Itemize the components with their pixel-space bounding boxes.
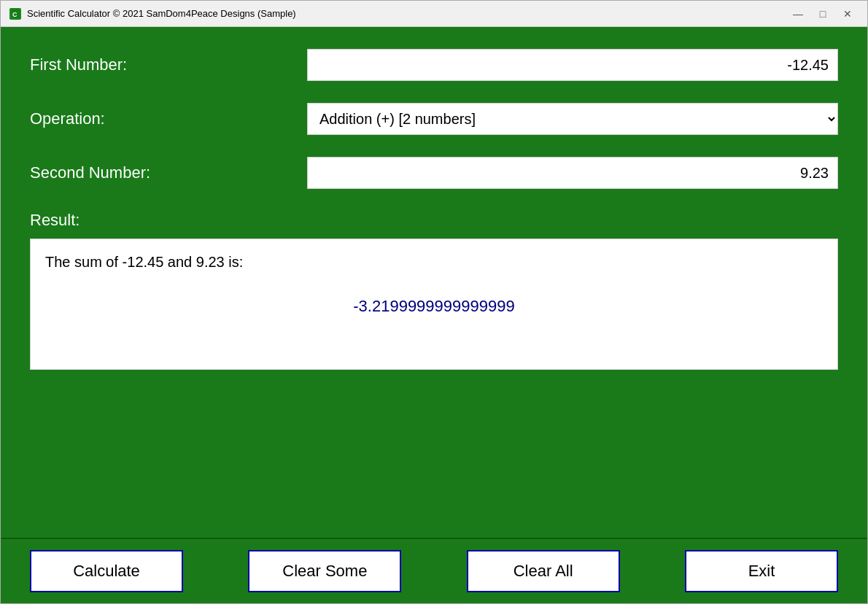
second-number-label: Second Number: [30,163,307,182]
operation-select[interactable]: Addition (+) [2 numbers] Subtraction (-)… [307,103,838,135]
svg-text:C: C [12,11,18,18]
result-text: The sum of -12.45 and 9.23 is: [45,254,823,271]
result-value: -3.2199999999999999 [45,282,823,330]
second-number-row: Second Number: [30,157,838,189]
app-content: First Number: Operation: Addition (+) [2… [1,27,867,538]
exit-button[interactable]: Exit [685,550,838,592]
operation-row: Operation: Addition (+) [2 numbers] Subt… [30,103,838,135]
result-section: Result: The sum of -12.45 and 9.23 is: -… [30,211,838,501]
close-button[interactable]: ✕ [837,5,859,23]
clear-some-button[interactable]: Clear Some [248,550,401,592]
clear-all-button[interactable]: Clear All [467,550,620,592]
minimize-button[interactable]: — [787,5,809,23]
result-label: Result: [30,211,838,230]
result-box: The sum of -12.45 and 9.23 is: -3.219999… [30,239,838,370]
main-window: C Scientific Calculator © 2021 SamDom4Pe… [0,0,868,604]
button-bar: Calculate Clear Some Clear All Exit [1,538,867,603]
title-bar-left: C Scientific Calculator © 2021 SamDom4Pe… [9,8,296,20]
maximize-button[interactable]: □ [812,5,834,23]
second-number-input[interactable] [307,157,838,189]
first-number-label: First Number: [30,55,307,74]
title-bar: C Scientific Calculator © 2021 SamDom4Pe… [1,1,867,27]
app-icon: C [9,8,21,20]
calculate-button[interactable]: Calculate [30,550,183,592]
first-number-row: First Number: [30,49,838,81]
first-number-input[interactable] [307,49,838,81]
window-title: Scientific Calculator © 2021 SamDom4Peac… [27,8,296,19]
operation-label: Operation: [30,109,307,128]
title-bar-controls: — □ ✕ [787,5,859,23]
